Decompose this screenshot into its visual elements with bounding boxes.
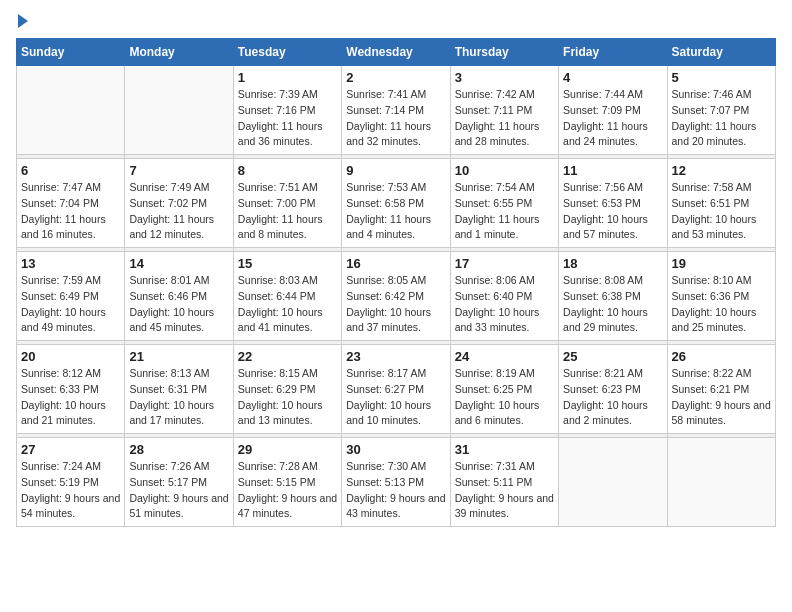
day-info: Sunrise: 7:26 AMSunset: 5:17 PMDaylight:… xyxy=(129,459,228,522)
day-info: Sunrise: 7:54 AMSunset: 6:55 PMDaylight:… xyxy=(455,180,554,243)
day-info: Sunrise: 7:49 AMSunset: 7:02 PMDaylight:… xyxy=(129,180,228,243)
calendar-cell: 4Sunrise: 7:44 AMSunset: 7:09 PMDaylight… xyxy=(559,66,667,155)
calendar-cell: 13Sunrise: 7:59 AMSunset: 6:49 PMDayligh… xyxy=(17,252,125,341)
day-info: Sunrise: 8:15 AMSunset: 6:29 PMDaylight:… xyxy=(238,366,337,429)
day-number: 22 xyxy=(238,349,337,364)
day-number: 7 xyxy=(129,163,228,178)
day-info: Sunrise: 7:41 AMSunset: 7:14 PMDaylight:… xyxy=(346,87,445,150)
day-info: Sunrise: 8:21 AMSunset: 6:23 PMDaylight:… xyxy=(563,366,662,429)
calendar-cell: 20Sunrise: 8:12 AMSunset: 6:33 PMDayligh… xyxy=(17,345,125,434)
calendar-cell: 5Sunrise: 7:46 AMSunset: 7:07 PMDaylight… xyxy=(667,66,775,155)
day-number: 12 xyxy=(672,163,771,178)
column-header-friday: Friday xyxy=(559,39,667,66)
calendar-cell: 23Sunrise: 8:17 AMSunset: 6:27 PMDayligh… xyxy=(342,345,450,434)
column-header-saturday: Saturday xyxy=(667,39,775,66)
day-number: 1 xyxy=(238,70,337,85)
calendar-header-row: SundayMondayTuesdayWednesdayThursdayFrid… xyxy=(17,39,776,66)
calendar-week-row: 20Sunrise: 8:12 AMSunset: 6:33 PMDayligh… xyxy=(17,345,776,434)
logo-arrow-icon xyxy=(18,14,28,28)
calendar-cell: 16Sunrise: 8:05 AMSunset: 6:42 PMDayligh… xyxy=(342,252,450,341)
calendar-cell xyxy=(667,438,775,527)
day-info: Sunrise: 8:12 AMSunset: 6:33 PMDaylight:… xyxy=(21,366,120,429)
day-number: 4 xyxy=(563,70,662,85)
calendar-cell: 18Sunrise: 8:08 AMSunset: 6:38 PMDayligh… xyxy=(559,252,667,341)
day-number: 26 xyxy=(672,349,771,364)
day-number: 17 xyxy=(455,256,554,271)
day-info: Sunrise: 7:30 AMSunset: 5:13 PMDaylight:… xyxy=(346,459,445,522)
day-info: Sunrise: 8:17 AMSunset: 6:27 PMDaylight:… xyxy=(346,366,445,429)
day-number: 20 xyxy=(21,349,120,364)
day-info: Sunrise: 8:10 AMSunset: 6:36 PMDaylight:… xyxy=(672,273,771,336)
day-info: Sunrise: 7:53 AMSunset: 6:58 PMDaylight:… xyxy=(346,180,445,243)
calendar-week-row: 1Sunrise: 7:39 AMSunset: 7:16 PMDaylight… xyxy=(17,66,776,155)
calendar-cell: 17Sunrise: 8:06 AMSunset: 6:40 PMDayligh… xyxy=(450,252,558,341)
day-info: Sunrise: 8:03 AMSunset: 6:44 PMDaylight:… xyxy=(238,273,337,336)
day-info: Sunrise: 7:31 AMSunset: 5:11 PMDaylight:… xyxy=(455,459,554,522)
calendar-cell: 12Sunrise: 7:58 AMSunset: 6:51 PMDayligh… xyxy=(667,159,775,248)
day-info: Sunrise: 8:13 AMSunset: 6:31 PMDaylight:… xyxy=(129,366,228,429)
page-header xyxy=(16,16,776,28)
day-number: 29 xyxy=(238,442,337,457)
calendar-cell: 11Sunrise: 7:56 AMSunset: 6:53 PMDayligh… xyxy=(559,159,667,248)
day-info: Sunrise: 7:46 AMSunset: 7:07 PMDaylight:… xyxy=(672,87,771,150)
day-info: Sunrise: 7:47 AMSunset: 7:04 PMDaylight:… xyxy=(21,180,120,243)
calendar-cell xyxy=(559,438,667,527)
column-header-tuesday: Tuesday xyxy=(233,39,341,66)
calendar-cell: 9Sunrise: 7:53 AMSunset: 6:58 PMDaylight… xyxy=(342,159,450,248)
logo xyxy=(16,16,28,28)
calendar-cell: 27Sunrise: 7:24 AMSunset: 5:19 PMDayligh… xyxy=(17,438,125,527)
day-number: 8 xyxy=(238,163,337,178)
calendar-cell: 8Sunrise: 7:51 AMSunset: 7:00 PMDaylight… xyxy=(233,159,341,248)
day-info: Sunrise: 7:39 AMSunset: 7:16 PMDaylight:… xyxy=(238,87,337,150)
calendar-cell: 10Sunrise: 7:54 AMSunset: 6:55 PMDayligh… xyxy=(450,159,558,248)
calendar-cell: 24Sunrise: 8:19 AMSunset: 6:25 PMDayligh… xyxy=(450,345,558,434)
calendar-cell: 3Sunrise: 7:42 AMSunset: 7:11 PMDaylight… xyxy=(450,66,558,155)
calendar-cell: 14Sunrise: 8:01 AMSunset: 6:46 PMDayligh… xyxy=(125,252,233,341)
day-info: Sunrise: 7:24 AMSunset: 5:19 PMDaylight:… xyxy=(21,459,120,522)
calendar-cell: 28Sunrise: 7:26 AMSunset: 5:17 PMDayligh… xyxy=(125,438,233,527)
day-number: 14 xyxy=(129,256,228,271)
day-info: Sunrise: 7:58 AMSunset: 6:51 PMDaylight:… xyxy=(672,180,771,243)
day-number: 13 xyxy=(21,256,120,271)
day-info: Sunrise: 8:08 AMSunset: 6:38 PMDaylight:… xyxy=(563,273,662,336)
day-info: Sunrise: 7:56 AMSunset: 6:53 PMDaylight:… xyxy=(563,180,662,243)
day-number: 9 xyxy=(346,163,445,178)
day-number: 28 xyxy=(129,442,228,457)
calendar-cell: 15Sunrise: 8:03 AMSunset: 6:44 PMDayligh… xyxy=(233,252,341,341)
day-number: 6 xyxy=(21,163,120,178)
day-number: 11 xyxy=(563,163,662,178)
day-number: 25 xyxy=(563,349,662,364)
day-number: 3 xyxy=(455,70,554,85)
day-info: Sunrise: 8:05 AMSunset: 6:42 PMDaylight:… xyxy=(346,273,445,336)
calendar-cell: 7Sunrise: 7:49 AMSunset: 7:02 PMDaylight… xyxy=(125,159,233,248)
day-info: Sunrise: 8:01 AMSunset: 6:46 PMDaylight:… xyxy=(129,273,228,336)
calendar-week-row: 6Sunrise: 7:47 AMSunset: 7:04 PMDaylight… xyxy=(17,159,776,248)
column-header-monday: Monday xyxy=(125,39,233,66)
column-header-thursday: Thursday xyxy=(450,39,558,66)
calendar-cell: 30Sunrise: 7:30 AMSunset: 5:13 PMDayligh… xyxy=(342,438,450,527)
calendar-cell: 1Sunrise: 7:39 AMSunset: 7:16 PMDaylight… xyxy=(233,66,341,155)
calendar-cell: 26Sunrise: 8:22 AMSunset: 6:21 PMDayligh… xyxy=(667,345,775,434)
calendar-cell: 25Sunrise: 8:21 AMSunset: 6:23 PMDayligh… xyxy=(559,345,667,434)
day-info: Sunrise: 8:22 AMSunset: 6:21 PMDaylight:… xyxy=(672,366,771,429)
day-info: Sunrise: 7:59 AMSunset: 6:49 PMDaylight:… xyxy=(21,273,120,336)
calendar-cell: 19Sunrise: 8:10 AMSunset: 6:36 PMDayligh… xyxy=(667,252,775,341)
calendar-cell: 22Sunrise: 8:15 AMSunset: 6:29 PMDayligh… xyxy=(233,345,341,434)
day-number: 18 xyxy=(563,256,662,271)
day-info: Sunrise: 7:42 AMSunset: 7:11 PMDaylight:… xyxy=(455,87,554,150)
calendar-cell xyxy=(17,66,125,155)
day-number: 15 xyxy=(238,256,337,271)
day-number: 24 xyxy=(455,349,554,364)
day-number: 19 xyxy=(672,256,771,271)
day-number: 16 xyxy=(346,256,445,271)
calendar-table: SundayMondayTuesdayWednesdayThursdayFrid… xyxy=(16,38,776,527)
day-number: 21 xyxy=(129,349,228,364)
column-header-sunday: Sunday xyxy=(17,39,125,66)
calendar-cell: 2Sunrise: 7:41 AMSunset: 7:14 PMDaylight… xyxy=(342,66,450,155)
column-header-wednesday: Wednesday xyxy=(342,39,450,66)
day-info: Sunrise: 7:51 AMSunset: 7:00 PMDaylight:… xyxy=(238,180,337,243)
day-info: Sunrise: 8:06 AMSunset: 6:40 PMDaylight:… xyxy=(455,273,554,336)
calendar-cell: 6Sunrise: 7:47 AMSunset: 7:04 PMDaylight… xyxy=(17,159,125,248)
calendar-week-row: 13Sunrise: 7:59 AMSunset: 6:49 PMDayligh… xyxy=(17,252,776,341)
day-number: 30 xyxy=(346,442,445,457)
